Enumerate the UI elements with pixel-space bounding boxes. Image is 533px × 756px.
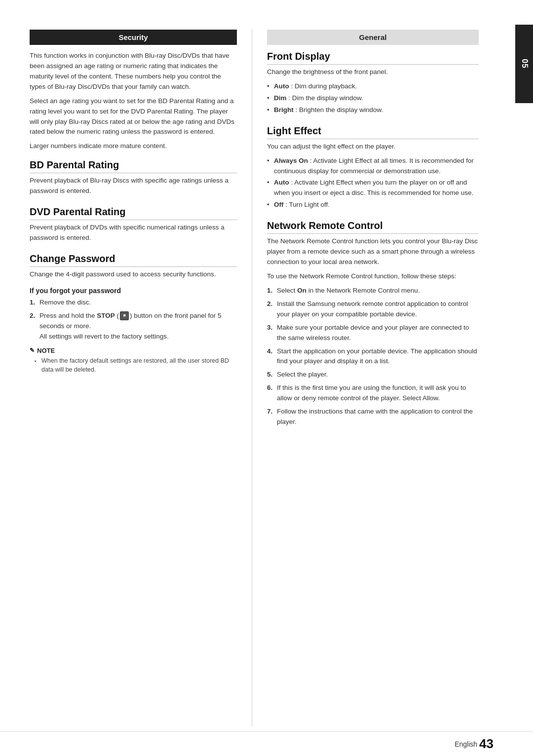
general-header: General: [267, 30, 479, 45]
network-step-5: Select the player.: [267, 370, 479, 380]
network-step-2: Install the Samsung network remote contr…: [267, 299, 479, 320]
chapter-number: 05: [520, 59, 529, 69]
network-step-6: If this is the first time you are using …: [267, 383, 479, 404]
side-tab: 05 Setup: [515, 25, 533, 103]
note-section: ✎ NOTE When the factory default settings…: [30, 347, 237, 375]
dvd-parental-content: Prevent playback of DVDs with specific n…: [30, 223, 237, 243]
language-label: English: [455, 740, 477, 748]
front-display-bullet-3: Bright : Brighten the display window.: [267, 105, 479, 115]
dvd-parental-title: DVD Parental Rating: [30, 206, 237, 220]
light-effect-title: Light Effect: [267, 125, 479, 139]
forgot-password-steps: Remove the disc. Press and hold the STOP…: [30, 298, 237, 342]
front-display-intro: Change the brightness of the front panel…: [267, 67, 479, 77]
step-2: Press and hold the STOP () button on the…: [30, 311, 237, 342]
note-icon: ✎: [30, 347, 35, 354]
security-header: Security: [30, 30, 237, 45]
change-password-content: Change the 4-digit password used to acce…: [30, 269, 237, 280]
intro-para-3: Larger numbers indicate more mature cont…: [30, 141, 237, 151]
front-display-bullets: Auto : Dim during playback. Dim : Dim th…: [267, 81, 479, 115]
light-effect-bullet-3: Off : Turn Light off.: [267, 200, 479, 210]
front-display-bullet-2: Dim : Dim the display window.: [267, 93, 479, 104]
bottom-bar: English 43: [0, 731, 533, 756]
right-column-content: General Front Display Change the brightn…: [267, 30, 479, 427]
page-container: Security This function works in conjunct…: [0, 0, 533, 756]
network-step-4: Start the application on your portable d…: [267, 346, 479, 367]
network-remote-steps: Select On in the Network Remote Control …: [267, 286, 479, 427]
forgot-password-subheader: If you forgot your password: [30, 287, 237, 295]
network-remote-title: Network Remote Control: [267, 220, 479, 234]
note-list: When the factory default settings are re…: [35, 356, 237, 375]
light-effect-intro: You can adjust the light effect on the p…: [267, 142, 479, 152]
network-step-3: Make sure your portable device and your …: [267, 323, 479, 343]
change-password-title: Change Password: [30, 253, 237, 267]
note-content: When the factory default settings are re…: [30, 356, 237, 375]
light-effect-bullet-1: Always On : Activate Light Effect at all…: [267, 156, 479, 177]
light-effect-bullets: Always On : Activate Light Effect at all…: [267, 156, 479, 211]
front-display-bullet-1: Auto : Dim during playback.: [267, 81, 479, 92]
bd-parental-content: Prevent playback of Blu-ray Discs with s…: [30, 176, 237, 196]
light-effect-bullet-2: Auto : Activate Light Effect when you tu…: [267, 178, 479, 198]
right-column: General Front Display Change the brightn…: [252, 30, 494, 726]
stop-icon: [120, 311, 129, 320]
intro-para-2: Select an age rating you want to set for…: [30, 96, 237, 138]
note-bullet-1: When the factory default settings are re…: [35, 356, 237, 375]
note-label: ✎ NOTE: [30, 347, 237, 354]
network-step-1: Select On in the Network Remote Control …: [267, 286, 479, 296]
note-label-text: NOTE: [37, 347, 55, 354]
step-1: Remove the disc.: [30, 298, 237, 308]
network-step-7: Follow the instructions that came with t…: [267, 407, 479, 427]
network-remote-intro2: To use the Network Remote Control functi…: [267, 271, 479, 282]
page-number: 43: [479, 736, 494, 752]
network-remote-intro: The Network Remote Control function lets…: [267, 236, 479, 267]
security-intro: This function works in conjunction with …: [30, 51, 237, 151]
front-display-title: Front Display: [267, 51, 479, 65]
intro-para-1: This function works in conjunction with …: [30, 51, 237, 92]
left-column: Security This function works in conjunct…: [0, 30, 252, 726]
bd-parental-title: BD Parental Rating: [30, 159, 237, 173]
